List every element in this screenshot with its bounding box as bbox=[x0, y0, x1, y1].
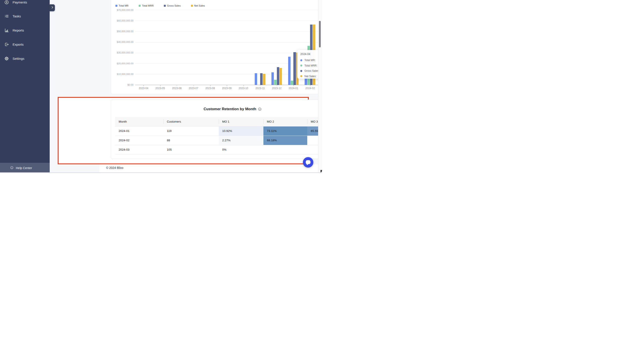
chat-bubble-icon bbox=[306, 160, 310, 164]
legend-swatch bbox=[164, 5, 166, 7]
bar-chart-icon bbox=[4, 28, 9, 33]
table-row: 2024-0111910.92%73.11%65.55% bbox=[115, 126, 322, 136]
tooltip-series-label: Total MR: bbox=[304, 59, 316, 62]
legend-item-gross-sales[interactable]: Gross Sales bbox=[164, 4, 181, 7]
chart-legend: Total MRTotal MRRGross SalesNet Sales bbox=[116, 4, 205, 7]
bar-gross-sales-2023-12 bbox=[277, 67, 279, 85]
y-axis-tick-label: $10,000,000.00 bbox=[112, 73, 134, 75]
x-axis-tick-label: 2023-12 bbox=[268, 87, 285, 90]
y-axis-tick-label: $30,000,000.00 bbox=[112, 51, 134, 54]
sidebar-item-help-center[interactable]: Help Center bbox=[0, 163, 50, 173]
legend-item-total-mrr[interactable]: Total MRR bbox=[139, 4, 154, 7]
window-bottom-edge bbox=[0, 172, 322, 173]
cell-month-row2: 2024-02 bbox=[115, 136, 164, 145]
bar-total-mr-2023-12 bbox=[272, 72, 274, 85]
x-axis-tick bbox=[293, 85, 294, 86]
tooltip-series-label: Total MRR: bbox=[304, 64, 317, 67]
dollar-circle-icon: $ bbox=[4, 0, 9, 5]
sidebar-item-label: Reports bbox=[12, 29, 24, 32]
x-axis-tick-label: 2023-11 bbox=[252, 87, 268, 90]
series-color-dot bbox=[300, 65, 302, 67]
bar-total-mrr-2023-12 bbox=[274, 80, 276, 85]
legend-swatch bbox=[191, 5, 193, 7]
sidebar-item-label: Payments bbox=[12, 1, 27, 4]
x-axis-tick-label: 2023-09 bbox=[218, 87, 235, 90]
bar-total-mrr-2024-01 bbox=[291, 81, 293, 85]
gridline bbox=[135, 21, 322, 21]
legend-label: Net Sales bbox=[194, 4, 205, 7]
legend-swatch bbox=[116, 5, 118, 7]
x-axis-tick bbox=[194, 85, 194, 86]
chat-launcher-button[interactable] bbox=[303, 157, 313, 167]
copyright-text: © 2024 Blixo bbox=[106, 166, 124, 169]
sales-chart-card: Total MRTotal MRRGross SalesNet Sales $7… bbox=[111, 0, 322, 94]
tooltip-series-label: Gross Sales: bbox=[304, 69, 320, 72]
cell-mo-1-row3: 0% bbox=[219, 145, 264, 154]
x-axis-tick bbox=[260, 85, 260, 86]
bar-net-sales-2023-11 bbox=[263, 74, 265, 85]
bar-gross-sales-2024-01 bbox=[293, 52, 296, 85]
column-header-customers: Customers bbox=[164, 117, 219, 126]
page-scrollbar-track[interactable] bbox=[318, 0, 322, 173]
y-axis-tick-label: $50,000,000.00 bbox=[112, 30, 134, 33]
info-circle-icon bbox=[10, 166, 14, 170]
sidebar-expand-button[interactable] bbox=[50, 4, 55, 12]
x-axis-tick bbox=[310, 85, 310, 86]
legend-label: Gross Sales bbox=[167, 4, 181, 7]
x-axis-tick-label: 2023-10 bbox=[235, 87, 252, 90]
help-center-label: Help Center bbox=[16, 166, 32, 170]
x-axis-tick bbox=[227, 85, 227, 86]
cell-customers-row1: 119 bbox=[164, 126, 219, 136]
x-axis-tick-label: 2024-01 bbox=[285, 87, 302, 90]
sidebar: $PaymentsTasksReportsExportsSettings Hel… bbox=[0, 0, 50, 173]
customer-retention-card: Customer Retention by Month bbox=[111, 100, 322, 159]
legend-swatch bbox=[139, 5, 140, 7]
cell-mo-2-row1: 73.11% bbox=[264, 126, 307, 136]
bar-net-sales-2023-12 bbox=[280, 68, 282, 85]
column-header-mo-1: MO 1 bbox=[219, 117, 264, 126]
x-axis-tick-label: 2023-04 bbox=[135, 87, 152, 90]
page-scrollbar-thumb[interactable] bbox=[319, 21, 321, 47]
series-color-dot bbox=[300, 70, 302, 72]
legend-item-total-mr[interactable]: Total MR bbox=[116, 4, 128, 7]
y-axis-tick-label: $0.00 bbox=[112, 83, 134, 86]
y-axis-tick-label: $20,000,000.00 bbox=[112, 62, 134, 65]
legend-item-net-sales[interactable]: Net Sales bbox=[191, 4, 205, 7]
sidebar-item-label: Tasks bbox=[12, 14, 21, 18]
cell-customers-row2: 88 bbox=[164, 136, 219, 145]
sidebar-item-payments[interactable]: $Payments bbox=[0, 0, 50, 7]
cell-month-row3: 2024-03 bbox=[115, 145, 164, 154]
bar-total-mr-2023-11 bbox=[255, 73, 257, 85]
gridline bbox=[135, 31, 322, 32]
sidebar-item-label: Exports bbox=[12, 43, 24, 46]
sidebar-item-settings[interactable]: Settings bbox=[0, 54, 50, 63]
info-circle-icon[interactable] bbox=[258, 107, 262, 111]
footer: © 2024 Blixo bbox=[100, 164, 322, 173]
column-header-month: Month bbox=[115, 117, 164, 126]
cell-mo-2-row3 bbox=[264, 145, 307, 154]
x-axis-tick bbox=[144, 85, 144, 86]
gridline bbox=[135, 10, 322, 10]
retention-table: MonthCustomersMO 1MO 2MO 3 2024-0111910.… bbox=[115, 117, 322, 154]
column-header-mo-2: MO 2 bbox=[264, 117, 307, 126]
sidebar-item-tasks[interactable]: Tasks bbox=[0, 11, 50, 21]
tooltip-series-label: Net Sales: bbox=[304, 75, 316, 78]
sidebar-item-reports[interactable]: Reports bbox=[0, 26, 50, 35]
gear-icon bbox=[4, 56, 9, 61]
y-axis-tick-label: $40,000,000.00 bbox=[112, 41, 134, 43]
legend-label: Total MRR bbox=[142, 4, 154, 7]
cell-mo-1-row1: 10.92% bbox=[219, 126, 264, 136]
x-axis-tick-label: 2023-08 bbox=[202, 87, 218, 90]
export-icon bbox=[4, 42, 9, 47]
series-color-dot bbox=[300, 75, 302, 77]
sidebar-item-exports[interactable]: Exports bbox=[0, 40, 50, 49]
x-axis-tick bbox=[244, 85, 244, 86]
series-color-dot bbox=[300, 59, 302, 61]
cell-mo-2-row2: 68.18% bbox=[264, 136, 307, 145]
x-axis-tick-label: 2024-02 bbox=[302, 87, 318, 90]
cell-month-row1: 2024-01 bbox=[115, 126, 164, 136]
x-axis-tick bbox=[177, 85, 177, 86]
gridline bbox=[135, 42, 322, 42]
x-axis-tick-label: 2023-05 bbox=[152, 87, 168, 90]
retention-title: Customer Retention by Month bbox=[204, 107, 256, 111]
